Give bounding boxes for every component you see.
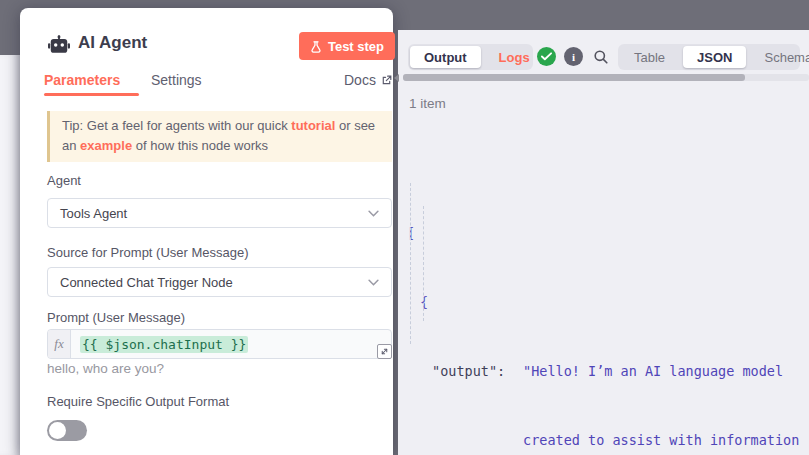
output-format-toggle[interactable]	[47, 420, 87, 441]
agent-label: Agent	[47, 173, 81, 188]
source-value: Connected Chat Trigger Node	[60, 275, 233, 290]
tab-json[interactable]: JSON	[683, 46, 746, 68]
active-tab-underline	[44, 93, 139, 96]
chevron-down-icon	[368, 210, 379, 217]
json-value: "Hello! I’m an AI language model	[523, 363, 783, 379]
input-panel-edge	[0, 55, 20, 455]
json-line: {	[407, 291, 809, 314]
expand-expression-button[interactable]	[377, 344, 392, 359]
robot-icon	[48, 35, 70, 56]
tip-notice: Tip: Get a feel for agents with our quic…	[47, 111, 392, 162]
docs-label: Docs	[344, 72, 376, 88]
test-step-label: Test step	[328, 39, 384, 54]
tip-text: Tip: Get a feel for agents with our quic…	[62, 118, 291, 133]
flask-icon	[310, 40, 322, 53]
prompt-label: Prompt (User Message)	[47, 310, 185, 325]
json-output-view: [ { "output":"Hello! I’m an AI language …	[407, 130, 809, 455]
scrollbar-thumb[interactable]	[403, 74, 745, 81]
status-icons: i	[537, 47, 610, 66]
expression-value: {{ $json.chatInput }}	[80, 336, 248, 353]
tab-schema[interactable]: Schema	[750, 46, 809, 68]
agent-select[interactable]: Tools Agent	[47, 198, 392, 228]
ndv-modal: AI Agent Test step Parameters Settings D…	[0, 0, 809, 455]
json-line: [	[407, 222, 809, 245]
prompt-hint: hello, who are you?	[47, 361, 164, 376]
tab-settings[interactable]: Settings	[151, 72, 202, 88]
scroll-left-arrow[interactable]	[394, 74, 399, 82]
success-check-icon	[537, 47, 556, 66]
output-panel: Output Logs i Table JSON Schema 1 item [	[398, 30, 809, 455]
fx-badge: fx	[48, 330, 71, 358]
indent-guide	[423, 206, 424, 321]
prompt-expression-input[interactable]: fx {{ $json.chatInput }}	[47, 329, 392, 359]
indent-guide	[410, 183, 411, 344]
json-value-line: created to assist with information	[407, 429, 809, 452]
tutorial-link[interactable]: tutorial	[291, 118, 335, 133]
search-icon[interactable]	[591, 47, 610, 66]
horizontal-scrollbar[interactable]	[403, 74, 809, 81]
agent-value: Tools Agent	[60, 206, 127, 221]
chevron-down-icon	[368, 279, 379, 286]
source-select[interactable]: Connected Chat Trigger Node	[47, 267, 392, 297]
format-tabs: Table JSON Schema	[618, 44, 800, 70]
tab-output[interactable]: Output	[410, 46, 481, 68]
source-label: Source for Prompt (User Message)	[47, 245, 249, 260]
output-format-label: Require Specific Output Format	[47, 394, 229, 409]
tab-logs[interactable]: Logs	[485, 46, 544, 68]
expand-icon	[380, 347, 389, 356]
node-settings-card: AI Agent Test step Parameters Settings D…	[20, 8, 393, 455]
info-icon[interactable]: i	[564, 47, 583, 66]
tab-parameters[interactable]: Parameters	[44, 72, 120, 88]
tab-table[interactable]: Table	[620, 46, 679, 68]
docs-link[interactable]: Docs	[344, 72, 392, 88]
test-step-button[interactable]: Test step	[299, 32, 395, 60]
tip-text: of how this node works	[132, 138, 268, 153]
node-title: AI Agent	[78, 33, 147, 53]
view-tabs: Output Logs	[408, 44, 533, 70]
items-count: 1 item	[409, 96, 446, 111]
example-link[interactable]: example	[80, 138, 132, 153]
external-link-icon	[381, 75, 392, 86]
json-line: "output":"Hello! I’m an AI language mode…	[407, 360, 809, 383]
json-key: "output":	[432, 360, 523, 383]
toggle-knob	[49, 422, 66, 439]
